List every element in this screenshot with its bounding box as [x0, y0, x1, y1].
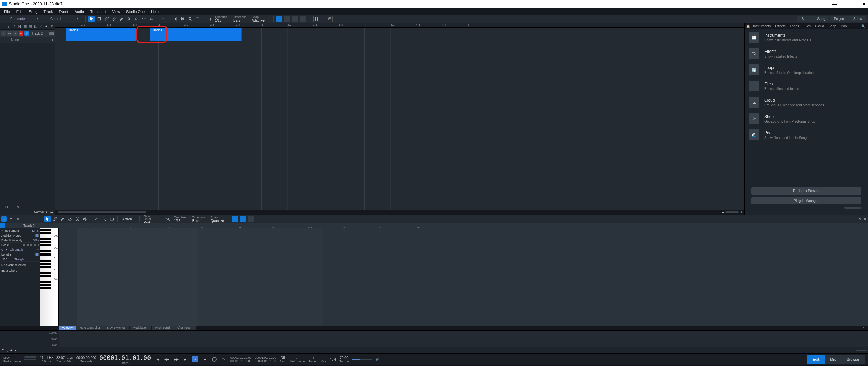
add-track-icon[interactable]: + — [44, 23, 48, 29]
height-mode[interactable]: Normal — [34, 210, 44, 214]
tracklist-opt-1[interactable]: ☰ — [1, 23, 5, 29]
home-icon[interactable]: 🏠 — [745, 24, 751, 29]
erase-tool[interactable] — [111, 16, 117, 22]
tracklist-opt-2[interactable]: i — [7, 23, 11, 29]
instrument-icon[interactable] — [49, 31, 54, 36]
note-grid[interactable] — [59, 228, 868, 326]
tab-instruments[interactable]: Instruments — [751, 24, 773, 29]
timebase-setting[interactable]: Timebase Bars — [232, 15, 249, 22]
editor-quantize[interactable]: Quantize 1/16 — [173, 216, 190, 223]
close-button[interactable]: ✕ — [862, 1, 866, 7]
browser-zoom[interactable] — [844, 207, 861, 209]
paint-tool[interactable] — [118, 16, 124, 22]
tab-cloud[interactable]: Cloud — [813, 24, 826, 29]
zoom-in-h[interactable]: + — [740, 210, 742, 214]
global-solo[interactable]: S — [17, 206, 19, 209]
key-value[interactable]: - — [323, 356, 324, 360]
editor-tab-drum[interactable]: ≡ — [8, 216, 14, 222]
sync-off[interactable]: Off — [281, 356, 285, 360]
grid-view[interactable] — [313, 16, 319, 22]
tracklist-opt-3[interactable]: N — [18, 23, 22, 29]
track-record[interactable]: ● — [19, 31, 23, 36]
view-mix[interactable]: Mix — [825, 355, 841, 364]
page-song[interactable]: Song — [813, 16, 829, 22]
tracklist-opt-6[interactable]: ◫ — [34, 23, 38, 29]
view-browse[interactable]: Browse — [841, 355, 865, 364]
piano-keyboard[interactable]: C5C4C3C2C1 — [40, 228, 59, 326]
view-edit[interactable]: Edit — [807, 355, 825, 364]
browser-item-shop[interactable]: 🛍ShopGet add-ons from PreSonus Shop — [745, 110, 868, 127]
scale-select[interactable]: Chromatic — [10, 248, 24, 251]
main-position[interactable]: 00001.01.01.00 — [99, 354, 151, 361]
length-value[interactable]: 1/16 — [1, 258, 7, 261]
stop-button[interactable]: ■ — [192, 356, 198, 362]
play-button[interactable]: ▶ — [202, 356, 208, 362]
browser-item-pool[interactable]: 🌊PoolShow files used in this Song — [745, 127, 868, 143]
editor-tab-score[interactable]: ♫ — [15, 216, 20, 222]
editor-close[interactable]: ✕ — [864, 217, 867, 221]
browser-item-fx[interactable]: FXEffectsShow installed Effects — [745, 45, 868, 62]
menu-event[interactable]: Event — [56, 9, 71, 14]
menu-studioone[interactable]: Studio One — [123, 9, 147, 14]
tempo[interactable]: 70.00 — [340, 356, 348, 360]
editor-notecolor[interactable]: Note Color Part — [142, 214, 159, 224]
volume-slider[interactable] — [352, 359, 372, 360]
keysw-tab[interactable]: Key Switches — [104, 326, 129, 330]
tab-loops[interactable]: Loops — [788, 24, 801, 29]
snap-mode-1[interactable] — [284, 16, 290, 22]
editor-snap-on[interactable] — [232, 216, 238, 222]
parameter-cell[interactable]: Parameter — [0, 15, 40, 23]
page-project[interactable]: Project — [830, 16, 849, 22]
length-lock[interactable] — [35, 253, 39, 256]
track-monitor[interactable]: 🔊 — [24, 31, 29, 36]
vel-tab[interactable]: Velocity — [59, 326, 76, 330]
metro-icon[interactable]: ⏱ — [296, 356, 299, 360]
velocity-lane[interactable] — [59, 331, 868, 347]
tracklist-opt-7[interactable]: ⤢ — [39, 23, 43, 29]
snap-setting[interactable]: Snap Adaptive — [250, 15, 271, 22]
track-solo[interactable]: S — [13, 31, 18, 36]
notectl-tab[interactable]: Note Controller — [76, 326, 104, 330]
lane-prev[interactable]: ⌃ — [1, 348, 4, 353]
browser-item-files[interactable]: ☰FilesBrowse files and folders — [745, 78, 868, 94]
menu-help[interactable]: Help — [148, 9, 161, 14]
arrangement-view[interactable]: 1.21.31.422.22.32.433.23.33.444.24.34.45… — [55, 23, 744, 215]
menu-audio[interactable]: Audio — [72, 9, 87, 14]
info-tool[interactable]: ? — [160, 16, 166, 22]
defvel-value[interactable]: 80% — [33, 239, 39, 242]
control-cell[interactable]: Control — [40, 15, 80, 23]
pitch-tab[interactable]: Pitch Bend — [152, 326, 173, 330]
loop-end[interactable]: 00001.01.01.00 — [230, 359, 252, 363]
bend-tool[interactable] — [141, 16, 147, 22]
browser-item-piano[interactable]: 🎹InstrumentsShow Instruments and Note FX — [745, 29, 868, 45]
editor-mute-tool[interactable] — [74, 216, 80, 222]
page-show[interactable]: Show — [849, 16, 866, 22]
save-icon[interactable] — [327, 16, 333, 22]
search-icon[interactable]: 🔍 — [859, 24, 867, 29]
tracklist-opt-4[interactable]: ▦ — [23, 23, 27, 29]
audition-check[interactable] — [35, 234, 39, 237]
minimize-button[interactable]: — — [832, 1, 837, 7]
zoom-out-h[interactable]: ▸ — [722, 210, 724, 214]
menu-song[interactable]: Song — [26, 9, 40, 14]
snap-on[interactable] — [276, 16, 282, 22]
mute-master[interactable]: 🔊 — [376, 358, 379, 361]
snap-mode-2[interactable] — [292, 16, 298, 22]
aq-button[interactable]: AQ — [165, 216, 171, 222]
after-tab[interactable]: After Touch — [173, 326, 195, 330]
goto-start[interactable] — [172, 16, 178, 22]
editor-paint-tool[interactable] — [59, 216, 65, 222]
forward[interactable]: ▶▶ — [173, 356, 179, 362]
editor-zoom-tool[interactable] — [101, 216, 107, 222]
loop-start[interactable]: 00001.01.01.00 — [230, 356, 252, 359]
tracklist-opt-5[interactable]: ▤ — [28, 23, 33, 29]
lane-next[interactable]: ⌄ — [6, 348, 9, 353]
editor-erase-tool[interactable] — [67, 216, 73, 222]
editor-draw-tool[interactable] — [52, 216, 58, 222]
automation-icon[interactable]: ⌇ — [12, 23, 16, 29]
rewind[interactable]: ◀◀ — [164, 356, 170, 362]
tab-shop[interactable]: Shop — [826, 24, 838, 29]
editor-curve-tool[interactable] — [94, 216, 100, 222]
tab-effects[interactable]: Effects — [773, 24, 787, 29]
menu-track[interactable]: Track — [41, 9, 55, 14]
